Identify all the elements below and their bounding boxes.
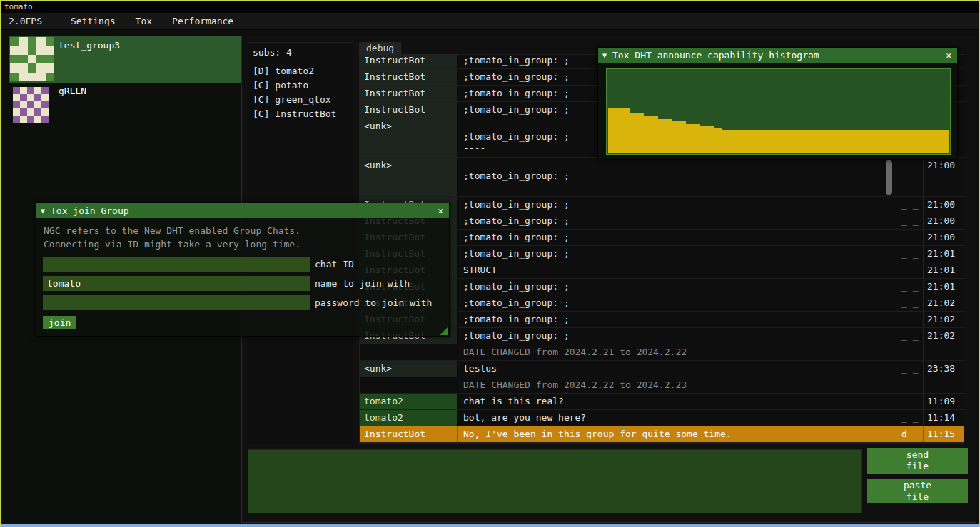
message-time: 21:01 bbox=[924, 262, 964, 278]
histogram-bar bbox=[849, 130, 857, 153]
histogram-bar bbox=[906, 130, 913, 153]
message-input[interactable] bbox=[248, 449, 862, 513]
menu-settings[interactable]: Settings bbox=[61, 16, 126, 26]
sender-name: InstructBot bbox=[360, 55, 458, 68]
subs-item[interactable]: [C] InstructBot bbox=[248, 107, 353, 121]
message-text: DATE CHANGED from 2024.2.21 to 2024.2.22 bbox=[458, 344, 899, 360]
histogram-bar bbox=[757, 130, 764, 153]
message-text: STRUCT bbox=[458, 262, 899, 278]
resize-grip-icon[interactable] bbox=[440, 327, 448, 335]
histogram-bar bbox=[686, 124, 693, 153]
histogram-bar bbox=[864, 130, 871, 153]
message-time: 21:02 bbox=[924, 328, 964, 344]
histogram-window-title: Tox DHT announce capability histogram bbox=[612, 50, 944, 61]
histogram-bar bbox=[842, 130, 849, 153]
chat-row: InstructBot;tomato_in_group: ;_ _21:02 bbox=[360, 312, 964, 328]
join-password-label: password to join with bbox=[315, 297, 432, 308]
sidebar-group-gREEN[interactable]: gREEN bbox=[9, 83, 241, 128]
sender-name: InstructBot bbox=[360, 69, 458, 85]
histogram-bar bbox=[878, 130, 885, 153]
histogram-bar bbox=[779, 130, 786, 153]
message-time: 21:01 bbox=[924, 279, 964, 295]
close-icon[interactable]: ✕ bbox=[436, 205, 445, 216]
histogram-bar bbox=[672, 121, 679, 153]
histogram-bar bbox=[622, 108, 630, 153]
message-flags: _ _ bbox=[899, 328, 924, 344]
histogram-bar bbox=[941, 130, 949, 153]
message-text: ;tomato_in_group: ; bbox=[458, 246, 899, 262]
chat-row: InstructBotSTRUCT_ _21:01 bbox=[360, 262, 964, 279]
window-bottom-border bbox=[1, 524, 979, 526]
system-row: DATE CHANGED from 2024.2.22 to 2024.2.23 bbox=[360, 377, 964, 394]
chat-scrollbar-thumb[interactable] bbox=[886, 160, 892, 195]
subs-item[interactable]: [D] tomato2 bbox=[248, 64, 353, 78]
message-text: ;tomato_in_group: ; bbox=[458, 213, 899, 229]
message-time: 11:09 bbox=[924, 394, 964, 409]
histogram-bar bbox=[828, 130, 835, 153]
histogram-bar bbox=[785, 130, 792, 153]
message-flags bbox=[899, 344, 924, 360]
chat-row: <unk>testus_ _23:38 bbox=[360, 361, 964, 377]
menu-performance[interactable]: Performance bbox=[162, 16, 243, 26]
message-time: 11:14 bbox=[924, 410, 964, 426]
histogram-bar bbox=[651, 116, 658, 153]
join-name-label: name to join with bbox=[315, 278, 410, 289]
chat-row: InstructBot;tomato_in_group: ;_ _21:01 bbox=[360, 246, 964, 262]
chat-row: tomato2bot, are you new here?_ _11:14 bbox=[360, 410, 964, 426]
histogram-bar bbox=[714, 128, 722, 153]
menubar-items: SettingsToxPerformance bbox=[61, 16, 243, 26]
subs-item[interactable]: [C] potato bbox=[248, 78, 353, 93]
paste-file-button[interactable]: paste file bbox=[867, 479, 968, 503]
message-time: 21:02 bbox=[924, 295, 964, 311]
titlebar: tomato bbox=[1, 1, 979, 13]
menubar: 2.0FPS SettingsToxPerformance bbox=[1, 13, 979, 30]
chat-row: InstructBotNo, I've been in this group f… bbox=[360, 426, 964, 443]
sender-name: InstructBot bbox=[360, 426, 458, 442]
histogram-bar bbox=[707, 126, 714, 153]
message-time: 21:01 bbox=[924, 246, 964, 262]
group-avatar bbox=[13, 87, 49, 123]
message-time: 21:00 bbox=[924, 158, 964, 196]
join-button[interactable]: join bbox=[43, 316, 76, 329]
histogram-bar bbox=[814, 130, 821, 153]
collapse-arrow-icon[interactable]: ▼ bbox=[602, 51, 607, 59]
histogram-window: ▼ Tox DHT announce capability histogram … bbox=[597, 47, 958, 160]
join-name-input[interactable] bbox=[43, 276, 310, 291]
collapse-arrow-icon[interactable]: ▼ bbox=[41, 207, 45, 215]
join-password-input[interactable] bbox=[43, 295, 310, 310]
histogram-bar bbox=[764, 130, 772, 153]
message-text: bot, are you new here? bbox=[458, 410, 899, 426]
message-text: ;tomato_in_group: ; bbox=[458, 230, 899, 245]
sender-name: tomato2 bbox=[360, 394, 458, 409]
sender-name bbox=[360, 344, 458, 360]
message-flags: _ _ bbox=[899, 158, 924, 196]
system-row: DATE CHANGED from 2024.2.21 to 2024.2.22 bbox=[360, 344, 964, 361]
histogram-bar bbox=[630, 113, 637, 153]
histogram-bar bbox=[743, 130, 750, 153]
menu-tox[interactable]: Tox bbox=[126, 16, 162, 26]
window-title: tomato bbox=[4, 2, 33, 11]
message-time: 21:02 bbox=[924, 312, 964, 327]
message-text: ;tomato_in_group: ; bbox=[458, 295, 899, 311]
histogram-bar bbox=[693, 124, 700, 153]
fps-counter: 2.0FPS bbox=[1, 16, 49, 26]
message-flags: _ _ bbox=[899, 410, 924, 426]
message-text: ----;tomato_in_group: ;---- bbox=[458, 158, 899, 196]
histogram-bars bbox=[608, 71, 949, 153]
message-text: testus bbox=[458, 361, 899, 377]
histogram-plot[interactable] bbox=[606, 68, 951, 155]
chat-id-label: chat ID bbox=[315, 259, 354, 270]
join-info-line2: Connecting via ID might take a very long… bbox=[44, 237, 449, 251]
send-file-button[interactable]: send file bbox=[867, 448, 968, 474]
join-fields: chat IDname to join withpassword to join… bbox=[36, 257, 449, 310]
histogram-bar bbox=[679, 121, 686, 153]
histogram-bar bbox=[792, 130, 799, 153]
tab-debug[interactable]: debug bbox=[359, 42, 401, 55]
chat-id-input[interactable] bbox=[43, 257, 310, 272]
subs-item[interactable]: [C] green_qtox bbox=[248, 93, 353, 107]
sidebar-group-test_group3[interactable]: test_group3 bbox=[9, 36, 241, 83]
sender-name: <unk> bbox=[360, 361, 458, 377]
close-icon[interactable]: ✕ bbox=[944, 50, 953, 61]
histogram-bar bbox=[857, 130, 864, 153]
histogram-bar bbox=[799, 130, 807, 153]
